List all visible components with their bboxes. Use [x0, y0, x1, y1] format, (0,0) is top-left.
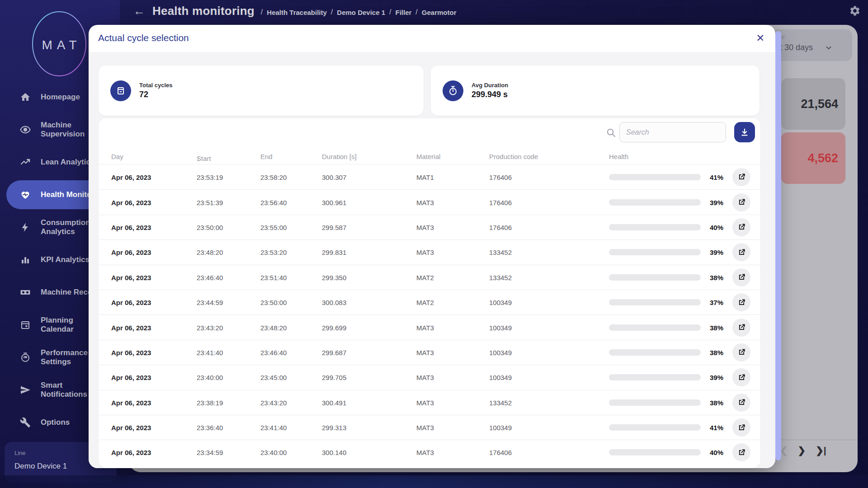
breadcrumb-item[interactable]: Demo Device 1 [337, 9, 385, 16]
open-cycle-button[interactable] [732, 443, 750, 461]
open-cycle-button[interactable] [732, 243, 750, 261]
heart-icon [20, 189, 31, 200]
open-cycle-button[interactable] [732, 268, 750, 286]
open-cycle-button[interactable] [732, 343, 750, 361]
col-duration[interactable]: Duration [s] [322, 153, 357, 160]
background-stat-alerts: 4,562 [781, 132, 845, 184]
open-cycle-button[interactable] [732, 394, 750, 412]
cell-duration: 299.705 [322, 374, 346, 381]
table-row[interactable]: Apr 06, 202323:40:0023:45:00299.705MAT31… [99, 365, 760, 389]
table-row[interactable]: Apr 06, 202323:43:2023:48:20299.699MAT31… [99, 314, 760, 339]
background-bottom-glow [0, 475, 868, 488]
cell-day: Apr 06, 2023 [111, 249, 151, 256]
breadcrumb-separator: / [415, 8, 417, 16]
open-cycle-button[interactable] [732, 168, 750, 186]
health-bar [609, 349, 701, 356]
open-in-new-icon [737, 223, 746, 231]
table-row[interactable]: Apr 06, 202323:36:4023:41:40299.313MAT31… [99, 415, 760, 440]
health-percent: 41% [695, 173, 723, 181]
back-arrow-icon[interactable]: ← [133, 5, 145, 17]
cell-material: MAT3 [416, 348, 434, 356]
home-icon [20, 92, 31, 103]
open-cycle-button[interactable] [732, 293, 750, 311]
cell-start: 23:50:00 [197, 223, 223, 231]
cell-duration: 299.699 [322, 324, 346, 331]
search-icon [606, 127, 616, 138]
breadcrumb-item[interactable]: Gearmotor [422, 9, 457, 16]
open-cycle-button[interactable] [732, 193, 750, 211]
open-cycle-button[interactable] [732, 418, 750, 436]
breadcrumb-item[interactable]: Filler [396, 9, 412, 16]
table-row[interactable]: Apr 06, 202323:38:1923:43:20300.491MAT31… [99, 390, 760, 415]
health-percent: 38% [695, 324, 723, 331]
close-icon[interactable]: ✕ [752, 29, 769, 47]
cell-production-code: 176406 [489, 173, 512, 181]
cycles-table-card: Day Start ↓ End Duration [s] Material Pr… [99, 118, 760, 468]
health-bar [609, 449, 701, 455]
col-day[interactable]: Day [111, 153, 123, 160]
health-percent: 39% [695, 249, 723, 256]
col-health[interactable]: Health [609, 153, 628, 160]
eye-icon [20, 124, 31, 135]
sidebar-item-label: Homepage [41, 93, 80, 102]
table-row[interactable]: Apr 06, 202323:44:5923:50:00300.083MAT21… [99, 290, 760, 314]
cell-duration: 299.350 [322, 273, 346, 281]
breadcrumb-item[interactable]: Health Traceability [267, 9, 327, 16]
search-input[interactable] [619, 122, 726, 142]
health-bar [609, 399, 701, 406]
modal-title: Actual cycle selection [98, 33, 189, 43]
download-icon [740, 127, 750, 137]
page-last-icon[interactable]: ❯| [816, 445, 826, 456]
open-in-new-icon [737, 198, 746, 206]
health-percent: 41% [695, 424, 723, 432]
stopwatch-icon [443, 80, 463, 101]
table-row[interactable]: Apr 06, 202323:50:0023:55:00299.587MAT31… [99, 215, 760, 239]
open-cycle-button[interactable] [732, 368, 750, 386]
cell-duration: 299.587 [322, 223, 346, 231]
send-icon [20, 385, 31, 395]
page-next-icon[interactable]: ❯ [798, 445, 806, 456]
cell-start: 23:36:40 [197, 424, 223, 432]
table-row[interactable]: Apr 06, 202323:34:5923:40:00300.140MAT31… [99, 440, 760, 465]
gear-icon[interactable] [849, 5, 861, 17]
logo-text: MAT [29, 38, 90, 52]
tape-icon [20, 287, 31, 298]
cell-start: 23:48:20 [197, 249, 223, 256]
cell-duration: 300.491 [322, 399, 346, 406]
col-production-code[interactable]: Production code [489, 153, 538, 160]
cell-duration: 300.961 [322, 198, 346, 206]
sidebar-item-label: Consumption Analytics [41, 218, 90, 236]
health-bar [609, 174, 701, 180]
health-bar [609, 274, 701, 281]
cell-production-code: 176406 [489, 449, 512, 456]
download-button[interactable] [734, 122, 755, 142]
open-cycle-button[interactable] [732, 319, 750, 337]
table-row[interactable]: Apr 06, 202323:48:2023:53:20299.831MAT31… [99, 239, 760, 264]
table-row[interactable]: Apr 06, 202323:41:4023:46:40299.687MAT31… [99, 340, 760, 365]
health-percent: 40% [695, 449, 723, 456]
health-percent: 37% [695, 299, 723, 306]
table-row[interactable]: Apr 06, 202323:53:1923:58:20300.307MAT11… [99, 164, 760, 189]
open-cycle-button[interactable] [732, 218, 750, 236]
cell-material: MAT3 [416, 399, 434, 406]
cell-production-code: 133452 [489, 273, 512, 281]
cell-start: 23:41:40 [197, 348, 223, 356]
cell-duration: 299.831 [322, 249, 346, 256]
cell-start: 23:34:59 [197, 449, 223, 456]
top-header: ← Health monitoring /Health Traceability… [120, 0, 868, 22]
table-row[interactable]: Apr 06, 202323:46:4023:51:40299.350MAT21… [99, 265, 760, 290]
cell-end: 23:41:40 [260, 424, 287, 432]
open-in-new-icon [737, 448, 746, 457]
col-material[interactable]: Material [416, 153, 440, 160]
trend-icon [20, 157, 31, 168]
table-row[interactable]: Apr 06, 202323:51:3923:56:40300.961MAT31… [99, 189, 760, 214]
calendar-icon [20, 319, 31, 330]
health-percent: 40% [695, 223, 723, 231]
sort-down-icon: ↓ [197, 155, 200, 162]
cell-start: 23:53:19 [197, 173, 223, 181]
cell-duration: 300.083 [322, 299, 346, 306]
modal-scrollbar[interactable] [775, 31, 781, 460]
col-end[interactable]: End [260, 153, 273, 160]
cell-end: 23:51:40 [260, 273, 287, 281]
cell-material: MAT3 [416, 249, 434, 256]
